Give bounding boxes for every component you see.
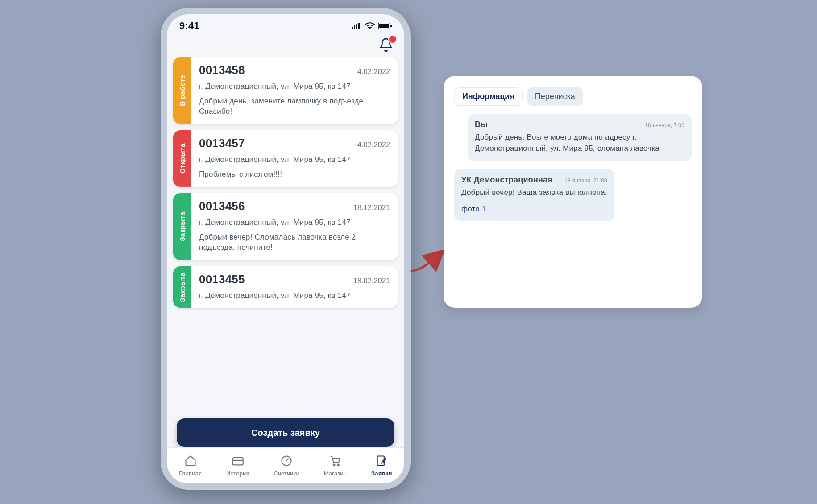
ticket-address: г. Демонстрационный, ул. Мира 95, кв 147 <box>199 291 390 301</box>
tab-label: Заявки <box>371 470 392 477</box>
ticket-id: 0013456 <box>199 199 245 213</box>
ticket-card[interactable]: Закрыта 0013455 18.02.2021 г. Демонстрац… <box>173 266 398 308</box>
chat-tabs: Информация Переписка <box>454 87 692 106</box>
tab-info[interactable]: Информация <box>454 87 523 106</box>
svg-rect-7 <box>390 25 392 27</box>
chat-time: 18 января, 7:00 <box>645 122 684 128</box>
chat-text: Добрый день. Возле моего дома по адресу … <box>475 132 684 154</box>
chat-text: Добрый вечер! Ваша заявка выполнена. <box>461 187 607 198</box>
ticket-card[interactable]: В работе 0013458 4.02.2022 г. Демонстрац… <box>173 57 398 124</box>
chat-panel: Информация Переписка Вы 18 января, 7:00 … <box>444 76 702 308</box>
tab-label: Счетчики <box>274 470 299 477</box>
card-icon <box>232 454 244 468</box>
chat-message-user: Вы 18 января, 7:00 Добрый день. Возле мо… <box>468 114 692 161</box>
ticket-id: 0013457 <box>199 136 245 150</box>
tab-history[interactable]: История <box>226 454 249 477</box>
ticket-address: г. Демонстрационный, ул. Мира 95, кв 147 <box>199 155 390 165</box>
svg-line-11 <box>286 459 289 461</box>
ticket-date: 4.02.2022 <box>357 141 390 149</box>
home-icon <box>184 454 197 468</box>
ticket-message: Проблемы с лифтом!!!! <box>199 169 390 180</box>
ticket-status-tag: Закрыта <box>173 193 191 260</box>
chat-attachment-link[interactable]: фото 1 <box>461 205 486 213</box>
ticket-date: 18.12.2021 <box>353 204 390 212</box>
svg-rect-3 <box>358 23 360 29</box>
cellular-icon <box>352 23 361 29</box>
svg-rect-2 <box>356 24 357 29</box>
create-ticket-button[interactable]: Создать заявку <box>177 418 394 447</box>
ticket-card[interactable]: Открыта 0013457 4.02.2022 г. Демонстраци… <box>173 130 398 187</box>
tab-tickets[interactable]: Заявки <box>371 454 392 477</box>
svg-rect-0 <box>352 27 353 29</box>
ticket-address: г. Демонстрационный, ул. Мира 95, кв 147 <box>199 218 390 228</box>
notifications-button[interactable] <box>378 37 394 54</box>
svg-point-13 <box>338 464 340 466</box>
svg-rect-6 <box>379 24 389 28</box>
tab-label: История <box>226 470 249 477</box>
tab-thread[interactable]: Переписка <box>527 87 583 106</box>
tab-meters[interactable]: Счетчики <box>274 454 299 477</box>
status-bar: 9:41 <box>167 14 404 37</box>
notification-badge <box>389 36 396 43</box>
tab-label: Магазин <box>324 470 347 477</box>
svg-rect-8 <box>232 458 243 465</box>
chat-author: Вы <box>475 120 488 129</box>
ticket-status-tag: Открыта <box>173 130 191 187</box>
ticket-address: г. Демонстрационный, ул. Мира 95, кв 147 <box>199 82 390 92</box>
tab-home[interactable]: Главная <box>179 454 202 477</box>
edit-file-icon <box>375 454 388 468</box>
chat-attachment: фото 1 <box>461 205 607 214</box>
bell-icon <box>378 46 394 54</box>
status-icons <box>352 22 392 29</box>
arrow-annotation <box>409 250 445 274</box>
ticket-status-tag: В работе <box>173 57 191 124</box>
svg-point-12 <box>333 464 335 466</box>
ticket-id: 0013455 <box>199 273 245 286</box>
ticket-message: Добрый вечер! Сломалась лавочка возле 2 … <box>199 232 390 253</box>
ticket-id: 0013458 <box>199 63 245 77</box>
chat-message-operator: УК Демонстрационная 18 января, 21:00 Доб… <box>454 169 614 221</box>
svg-point-4 <box>369 28 370 29</box>
bottom-tabbar: Главная История Счетчики <box>167 447 404 483</box>
status-time: 9:41 <box>179 20 199 32</box>
ticket-card[interactable]: Закрыта 0013456 18.12.2021 г. Демонстрац… <box>173 193 398 260</box>
cart-icon <box>329 454 341 468</box>
wifi-icon <box>365 22 375 29</box>
phone-mockup: 9:41 <box>161 8 411 490</box>
svg-rect-1 <box>354 25 355 29</box>
battery-icon <box>378 23 392 29</box>
chat-time: 18 января, 21:00 <box>564 178 607 184</box>
ticket-status-tag: Закрыта <box>173 266 191 308</box>
tab-shop[interactable]: Магазин <box>324 454 347 477</box>
ticket-date: 18.02.2021 <box>353 277 390 285</box>
ticket-date: 4.02.2022 <box>357 68 390 76</box>
gauge-icon <box>280 454 293 468</box>
tab-label: Главная <box>179 470 202 477</box>
chat-author: УК Демонстрационная <box>461 175 552 185</box>
ticket-message: Добрый день, замените лампочку в подъезд… <box>199 96 390 117</box>
